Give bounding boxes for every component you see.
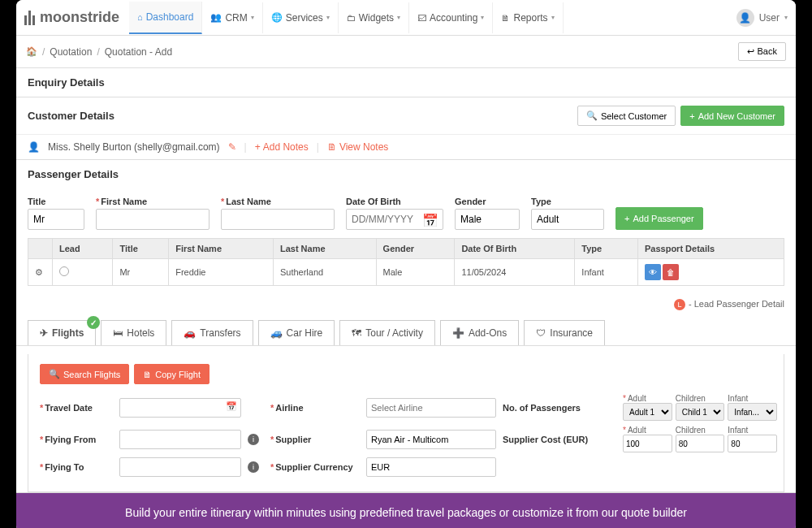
tab-flights[interactable]: ✈Flights✓ (28, 320, 96, 345)
chevron-down-icon: ▾ (551, 14, 555, 21)
gender-input[interactable] (455, 209, 520, 230)
chevron-down-icon: ▾ (397, 14, 400, 21)
globe-icon: 🌐 (271, 12, 283, 23)
plus-icon: + (255, 141, 261, 153)
table-row: ⚙ Mr Freddie Sutherland Male 11/05/2024 … (28, 259, 784, 286)
add-notes-link[interactable]: +Add Notes (255, 141, 309, 153)
calculator-icon: 🗠 (417, 13, 426, 23)
tab-insurance[interactable]: 🛡Insurance (524, 320, 605, 345)
flying-to-input[interactable] (119, 457, 241, 477)
edit-customer-icon[interactable]: ✎ (228, 141, 236, 153)
select-customer-button[interactable]: 🔍Select Customer (577, 106, 676, 126)
copy-icon: 🗎 (327, 141, 337, 153)
children-select[interactable]: Child 1 (676, 403, 725, 421)
car-icon: 🚗 (184, 327, 196, 339)
home-icon[interactable]: 🏠 (26, 46, 37, 57)
first-name-input[interactable] (96, 209, 209, 230)
title-input[interactable] (28, 209, 84, 230)
chevron-down-icon: ▾ (251, 14, 254, 21)
user-label: User (759, 12, 780, 24)
nav-services[interactable]: 🌐Services▾ (263, 2, 339, 33)
add-passenger-button[interactable]: +Add Passenger (615, 207, 703, 230)
infant-select[interactable]: Infan... (728, 403, 777, 421)
calendar-icon[interactable]: 📅 (422, 213, 438, 228)
tab-transfers[interactable]: 🚗Transfers (171, 320, 253, 345)
info-icon[interactable]: i (248, 434, 259, 445)
search-flights-button[interactable]: 🔍Search Flights (40, 364, 129, 384)
search-icon: 🔍 (586, 110, 598, 121)
airline-input[interactable] (366, 398, 496, 418)
shield-icon: 🛡 (536, 327, 546, 339)
chevron-down-icon: ▾ (481, 14, 484, 21)
cost-infant-input[interactable] (728, 435, 777, 452)
tab-hotels[interactable]: 🛏Hotels (101, 320, 166, 345)
bed-icon: 🛏 (113, 327, 123, 339)
tab-addons[interactable]: ➕Add-Ons (440, 320, 519, 345)
document-icon: 🗎 (501, 13, 510, 23)
last-name-input[interactable] (221, 209, 335, 230)
folder-icon: 🗀 (347, 13, 356, 23)
user-menu[interactable]: 👤 User ▾ (736, 9, 788, 27)
map-icon: 🗺 (352, 327, 361, 339)
info-icon[interactable]: i (248, 461, 259, 473)
travel-date-input[interactable] (119, 398, 241, 418)
home-icon: ⌂ (137, 12, 143, 22)
supplier-input[interactable] (366, 430, 496, 449)
cost-children-input[interactable] (676, 435, 725, 452)
cost-adult-input[interactable] (623, 435, 672, 452)
lead-radio[interactable] (59, 266, 69, 276)
lead-legend: L- Lead Passenger Detail (16, 294, 796, 315)
passenger-table: Lead Title First Name Last Name Gender D… (28, 238, 784, 286)
passenger-header: Passenger Details (16, 160, 796, 188)
nav-widgets[interactable]: 🗀Widgets▾ (339, 2, 409, 33)
car-icon: 🚙 (270, 327, 283, 339)
customer-row: 👤 Miss. Shelly Burton (shelly@gmail.com)… (16, 134, 796, 159)
tab-tour[interactable]: 🗺Tour / Activity (339, 320, 435, 345)
view-notes-link[interactable]: 🗎View Notes (327, 141, 388, 153)
users-icon: 👥 (210, 12, 222, 23)
check-icon: ✓ (87, 316, 100, 329)
chevron-down-icon: ▾ (326, 14, 330, 21)
delete-icon[interactable]: 🗑 (663, 264, 679, 280)
plus-square-icon: ➕ (452, 327, 464, 339)
nav-crm[interactable]: 👥CRM▾ (202, 2, 262, 33)
add-new-customer-button[interactable]: +Add New Customer (680, 106, 784, 126)
customer-header: Customer Details 🔍Select Customer +Add N… (16, 97, 796, 134)
person-icon: 👤 (28, 141, 40, 153)
breadcrumb-item[interactable]: Quotation (50, 46, 92, 58)
copy-flight-button[interactable]: 🗎Copy Flight (134, 364, 209, 384)
tab-carhire[interactable]: 🚙Car Hire (258, 320, 335, 345)
back-button[interactable]: ↩ Back (738, 42, 786, 61)
breadcrumb: 🏠 / Quotation / Quotation - Add ↩ Back (16, 36, 796, 68)
lead-badge-icon: L (674, 299, 685, 310)
promo-banner: Build your entire itinerary within minut… (16, 493, 796, 528)
copy-icon: 🗎 (143, 370, 152, 379)
plus-icon: + (624, 214, 629, 223)
customer-name: Miss. Shelly Burton (shelly@gmail.com) (48, 141, 220, 153)
logo-mark-icon (24, 11, 35, 25)
breadcrumb-item: Quotation - Add (105, 46, 172, 58)
gear-icon[interactable]: ⚙ (35, 267, 43, 277)
nav-dashboard[interactable]: ⌂Dashboard (129, 2, 202, 34)
service-tabs: ✈Flights✓ 🛏Hotels 🚗Transfers 🚙Car Hire 🗺… (16, 320, 796, 346)
brand-logo: moonstride (24, 9, 119, 26)
adult-select[interactable]: Adult 1 (623, 403, 672, 421)
calendar-icon[interactable]: 📅 (226, 401, 237, 412)
avatar-icon: 👤 (736, 9, 754, 27)
plane-icon: ✈ (40, 327, 48, 339)
enquiry-header: Enquiry Details (16, 68, 796, 97)
nav-reports[interactable]: 🗎Reports▾ (493, 2, 563, 33)
flight-panel: 🔍Search Flights 🗎Copy Flight *Travel Dat… (28, 354, 784, 492)
nav-accounting[interactable]: 🗠Accounting▾ (409, 2, 493, 33)
flying-from-input[interactable] (119, 430, 241, 449)
view-passport-icon[interactable]: 👁 (645, 264, 661, 280)
currency-input[interactable] (366, 457, 496, 477)
passenger-form: Title *First Name *Last Name Date Of Bir… (16, 188, 796, 238)
reply-icon: ↩ (747, 46, 754, 56)
top-nav: moonstride ⌂Dashboard 👥CRM▾ 🌐Services▾ 🗀… (16, 0, 796, 36)
brand-name: moonstride (40, 9, 119, 26)
plus-icon: + (689, 111, 694, 121)
search-icon: 🔍 (49, 369, 60, 379)
type-input[interactable] (531, 209, 604, 230)
chevron-down-icon: ▾ (784, 14, 788, 21)
